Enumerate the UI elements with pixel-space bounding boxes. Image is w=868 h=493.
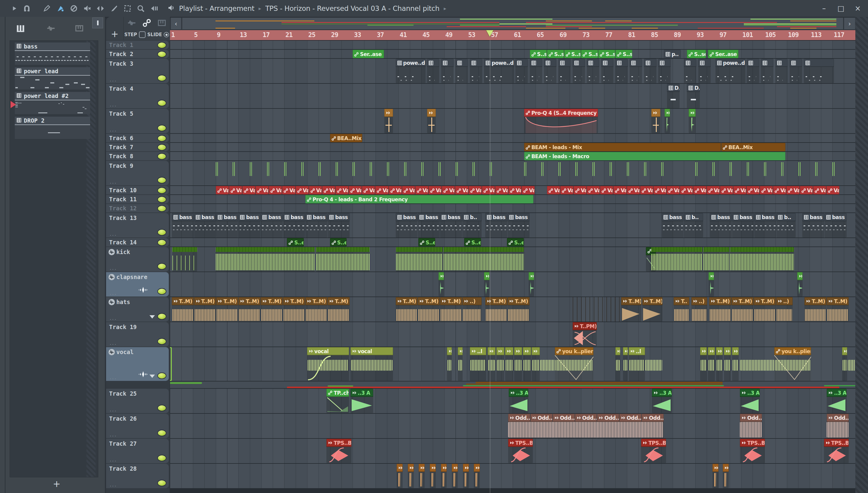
track-header-track-3[interactable]: Track 3... (106, 59, 169, 83)
clip-t-m-[interactable]: T..M) (172, 297, 194, 322)
track-options-dots[interactable]: ... (110, 482, 117, 488)
clip--3-a[interactable]: ..3 A (652, 389, 672, 413)
clip[interactable] (804, 59, 834, 83)
clip-t-m-[interactable]: T..M) (283, 297, 305, 322)
clip-t-m-[interactable]: T..M) (261, 297, 283, 322)
clip[interactable] (505, 347, 513, 381)
track-lane-track-10[interactable]: Val..Val..Val..Val..Val..Val..Val..Val..… (170, 186, 855, 194)
clip[interactable] (397, 464, 403, 488)
clip[interactable] (732, 347, 739, 381)
track-options-dots[interactable]: ... (110, 315, 117, 321)
track-mute-led[interactable] (157, 338, 166, 345)
patterns-category-icon[interactable] (16, 24, 25, 34)
track-lane-vocal[interactable]: vocalvocal..lyou k..plier..lyou k..plier (170, 347, 855, 381)
clip-t-m-[interactable]: T..M) (621, 297, 642, 322)
playback-tool-icon[interactable] (149, 4, 159, 13)
clip-val-[interactable]: Val.. (256, 186, 268, 194)
track-header-track-1[interactable]: Track 1 (106, 41, 169, 49)
clip-val-[interactable]: Val.. (522, 186, 535, 194)
clip-val-[interactable]: Val.. (429, 186, 441, 194)
clip-vocal[interactable]: vocal (350, 347, 393, 381)
clip-val-[interactable]: Val.. (613, 186, 626, 194)
clip[interactable] (384, 109, 393, 133)
track-mute-led[interactable] (157, 51, 166, 58)
clip[interactable] (427, 109, 436, 133)
clip[interactable] (559, 59, 571, 83)
clip-s-eq[interactable]: S..eq (507, 238, 524, 246)
clip-val-[interactable]: Val.. (389, 186, 402, 194)
clip-t-m-[interactable]: T..M) (328, 297, 350, 322)
clip-t-m-[interactable]: T..M) (216, 297, 238, 322)
track-lane-clapsnare[interactable] (170, 272, 855, 297)
clip-b-[interactable]: b.. (776, 213, 795, 237)
tab-midi-tab[interactable] (157, 19, 166, 28)
track-mute-led[interactable] (157, 125, 166, 131)
mute-tool-icon[interactable] (82, 4, 92, 13)
track-header-track-6[interactable]: Track 6 (106, 134, 169, 142)
clip-bass[interactable]: bass (238, 213, 260, 237)
paint-tool-icon[interactable] (56, 4, 66, 13)
clip-s-se[interactable]: S..se (564, 50, 581, 58)
track-header-track-19[interactable]: Track 19... (106, 322, 169, 346)
clip-t-m-[interactable]: T..M) (238, 297, 260, 322)
track-lane-track-14[interactable]: S..eqS..eqS..eqS..eqS..eq (170, 238, 855, 246)
tab-audio-tab[interactable] (127, 19, 136, 28)
clip-bass[interactable]: bass (507, 213, 529, 237)
clip--3-a[interactable]: ..3 A (740, 389, 760, 413)
clip[interactable] (703, 247, 729, 272)
clip[interactable] (447, 347, 452, 381)
clip-pro-q-4-leads-band-2-frequency[interactable]: Pro-Q 4 - leads - Band 2 Frequency (305, 195, 534, 203)
track-lane-hats[interactable]: T..M)T..M)T..M)T..M)T..M)T..M)T..M)T..M)… (170, 297, 855, 322)
track-mute-led[interactable] (157, 263, 166, 270)
track-mute-led[interactable] (157, 196, 166, 203)
clip[interactable] (419, 464, 425, 488)
clip[interactable] (441, 464, 447, 488)
track-lane-track-6[interactable]: BEA..Mix (170, 134, 855, 142)
clip-val-[interactable]: Val.. (547, 186, 560, 194)
zoom-tool-icon[interactable] (136, 4, 146, 13)
clip[interactable] (587, 59, 599, 83)
clip-tps-bpm-[interactable]: TPS..BPM) (326, 439, 351, 463)
track-options-dots[interactable]: ... (110, 179, 117, 185)
clip-val-[interactable]: Val.. (508, 186, 521, 194)
draw-tool-icon[interactable] (42, 4, 52, 13)
clip[interactable] (713, 464, 718, 488)
clip[interactable] (456, 59, 468, 83)
clip[interactable] (601, 59, 614, 83)
track-mute-led[interactable] (157, 288, 166, 295)
track-header-clapsnare[interactable]: clapsnare... (106, 272, 169, 297)
playhead-marker[interactable] (486, 30, 493, 37)
clip-you-k-plier[interactable]: you k..plier (774, 347, 811, 381)
clip[interactable] (470, 59, 482, 83)
clip-val-[interactable]: Val.. (707, 186, 720, 194)
clip[interactable] (484, 272, 490, 297)
clip-t-m-[interactable]: T..M) (440, 297, 462, 322)
scroll-left-button[interactable]: ‹ (171, 18, 181, 29)
track-options-dots[interactable]: ... (110, 265, 117, 271)
track-header-kick[interactable]: kick... (106, 247, 169, 272)
clip-b-[interactable]: b.. (684, 213, 703, 237)
track-mute-led[interactable] (157, 405, 166, 411)
slice-tool-icon[interactable] (109, 4, 120, 13)
clip[interactable] (441, 59, 454, 83)
clip[interactable] (747, 59, 759, 83)
clip[interactable] (408, 464, 414, 488)
clip-vocal[interactable]: vocal (307, 347, 349, 381)
clip--[interactable]: ..) (462, 297, 481, 322)
clip--3-a[interactable]: ..3 A (509, 389, 528, 413)
track-lane-track-28[interactable] (170, 464, 855, 488)
clip-t-pm-[interactable]: T..PM) (573, 322, 597, 346)
clip[interactable] (172, 247, 197, 272)
step-toggle[interactable] (139, 31, 146, 38)
clip-val-[interactable]: Val.. (216, 186, 229, 194)
delete-tool-icon[interactable] (69, 4, 79, 13)
clip-ser-ase[interactable]: Ser..ase (708, 50, 738, 58)
clip-b-[interactable]: b.. (462, 213, 481, 237)
track-header-track-9[interactable]: Track 9... (106, 161, 169, 185)
track-dropdown-icon[interactable] (150, 315, 155, 319)
track-header-track-25[interactable]: Track 25... (106, 389, 169, 413)
clip-s-se[interactable]: S..se (547, 50, 564, 58)
clip[interactable] (709, 272, 714, 297)
track-mute-led[interactable] (157, 135, 166, 142)
clip[interactable] (452, 464, 458, 488)
